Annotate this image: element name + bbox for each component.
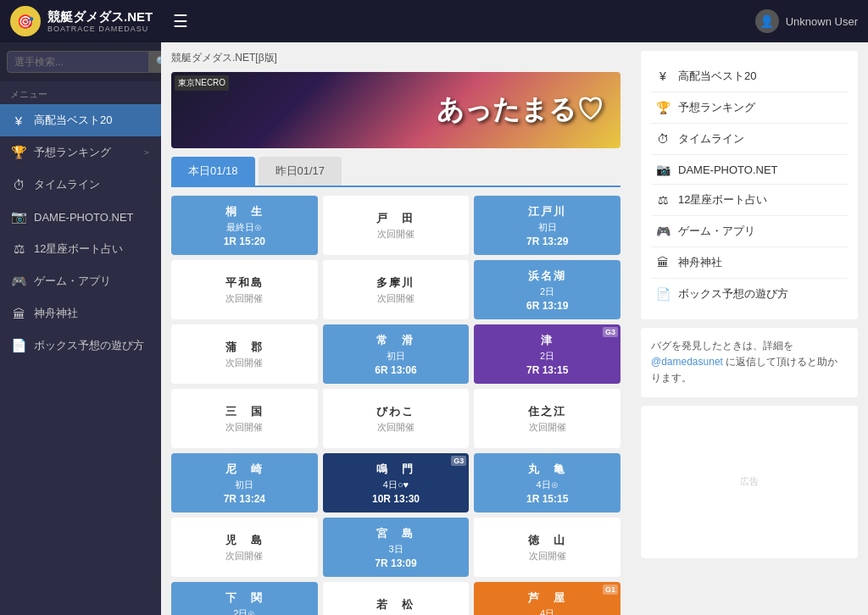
right-nav-icon-3: 📷: [654, 163, 671, 176]
next-toda: 次回開催: [377, 228, 415, 241]
sidebar-item-prediction-ranking[interactable]: 🏆 予想ランキング ＞: [0, 136, 161, 169]
logo-sub: BOATRACE DAMEDASU: [47, 25, 153, 33]
sidebar-item-high-payout[interactable]: ¥ 高配当ベスト20: [0, 104, 161, 136]
race-cell-kojima[interactable]: 児 島次回開催: [171, 518, 318, 577]
right-nav-label-4: 12星座ボート占い: [678, 192, 767, 208]
race-cell-biwako[interactable]: びわこ次回開催: [323, 389, 470, 448]
sidebar-label-prediction-ranking: 予想ランキング: [34, 145, 111, 160]
right-nav-label-0: 高配当ベスト20: [678, 69, 756, 84]
venue-heiwajima: 平和島: [225, 275, 264, 291]
race-cell-amagasaki[interactable]: 尼 崎初日7R 13:24: [171, 453, 318, 512]
sidebar-label-high-payout: 高配当ベスト20: [34, 113, 112, 128]
sidebar-item-box-guide[interactable]: 📄 ボックス予想の遊び方: [0, 330, 161, 362]
right-nav-item-1[interactable]: 🏆予想ランキング: [651, 92, 848, 124]
sidebar-items: ¥ 高配当ベスト20 🏆 予想ランキング ＞ ⏱ タイムライン 📷 DAME-P…: [0, 104, 161, 362]
topbar: 🎯 競艇ダメダス.NET BOATRACE DAMEDASU ☰ 👤 Unkno…: [0, 0, 868, 42]
sidebar-item-shrine[interactable]: 🏛 神舟神社: [0, 297, 161, 330]
race-cell-shimonoseki[interactable]: 下 関2日⊙1R 15:16: [171, 582, 318, 615]
race-cell-tokuyama[interactable]: 徳 山次回開催: [474, 518, 620, 577]
venue-ashiya: 芦 屋: [528, 590, 566, 606]
user-name: Unknown User: [786, 15, 858, 28]
sidebar-label-shrine: 神舟神社: [34, 306, 78, 321]
time-amagasaki: 7R 13:24: [224, 493, 265, 505]
time-marugame: 1R 15:15: [526, 493, 568, 505]
ad-space: 広告: [641, 406, 858, 558]
grade-badge-tsu: G3: [603, 327, 618, 337]
logo-area: 🎯 競艇ダメダス.NET BOATRACE DAMEDASU ☰: [10, 6, 755, 36]
tabs: 本日01/18昨日01/17: [171, 157, 620, 187]
race-cell-tokoname[interactable]: 常 滑初日6R 13:06: [323, 324, 470, 384]
day-tsu: 2日: [540, 350, 554, 363]
bug-report-link[interactable]: @damedasunet: [651, 356, 723, 368]
race-cell-gamagori[interactable]: 蒲 郡次回開催: [171, 324, 318, 384]
race-cell-edogawa[interactable]: 江戸川初日7R 13:29: [474, 196, 620, 255]
tab-today[interactable]: 本日01/18: [171, 157, 255, 186]
next-biwako: 次回開催: [377, 421, 415, 434]
sidebar-item-zodiac[interactable]: ⚖ 12星座ボート占い: [0, 233, 161, 265]
right-nav-item-3[interactable]: 📷DAME-PHOTO.NET: [651, 155, 848, 185]
day-edogawa: 初日: [538, 221, 557, 234]
venue-wakamatsu: 若 松: [376, 597, 415, 612]
race-cell-miyajima[interactable]: 宮 島3日7R 13:09: [323, 518, 470, 577]
right-nav-label-1: 予想ランキング: [678, 100, 755, 115]
next-mikuni: 次回開催: [225, 421, 263, 434]
sidebar-item-dame-photo[interactable]: 📷 DAME-PHOTO.NET: [0, 201, 161, 233]
logo-text-block: 競艇ダメダス.NET BOATRACE DAMEDASU: [47, 9, 153, 33]
sidebar-icon-high-payout: ¥: [10, 114, 27, 128]
venue-amagasaki: 尼 崎: [225, 462, 264, 477]
venue-hamanako: 浜名湖: [528, 269, 566, 284]
venue-mikuni: 三 国: [225, 404, 264, 419]
time-naruto: 10R 13:30: [372, 493, 420, 505]
search-button[interactable]: 🔍: [149, 51, 161, 73]
race-cell-tamagawa[interactable]: 多摩川次回開催: [323, 260, 470, 319]
sidebar-label-zodiac: 12星座ボート占い: [34, 241, 123, 257]
right-nav-item-4[interactable]: ⚖12星座ボート占い: [651, 185, 848, 216]
venue-gamagori: 蒲 郡: [225, 340, 264, 355]
right-nav-icon-6: 🏛: [654, 256, 671, 269]
race-cell-wakamatsu[interactable]: 若 松次回開催: [323, 582, 470, 615]
race-cell-toda[interactable]: 戸 田次回開催: [323, 196, 470, 255]
day-miyajima: 3日: [388, 543, 403, 556]
day-amagasaki: 初日: [235, 479, 253, 491]
race-cell-kiryu[interactable]: 桐 生最終日⊙1R 15:20: [171, 196, 318, 255]
venue-kiryu: 桐 生: [225, 204, 264, 219]
race-cell-mikuni[interactable]: 三 国次回開催: [171, 389, 318, 448]
sidebar: 🔍 メニュー ¥ 高配当ベスト20 🏆 予想ランキング ＞ ⏱ タイムライン 📷…: [0, 42, 161, 615]
search-input[interactable]: [7, 51, 149, 73]
time-edogawa: 7R 13:29: [526, 235, 568, 247]
banner-label: 東京NECRO: [175, 75, 229, 91]
race-cell-heiwajima[interactable]: 平和島次回開催: [171, 260, 318, 319]
race-cell-suminoe[interactable]: 住之江次回開催: [474, 389, 620, 448]
venue-tamagawa: 多摩川: [376, 275, 415, 291]
race-cell-marugame[interactable]: 丸 亀4日⊙1R 15:15: [474, 453, 620, 512]
day-tokoname: 初日: [387, 350, 405, 363]
venue-edogawa: 江戸川: [528, 204, 566, 219]
right-nav-item-0[interactable]: ¥高配当ベスト20: [651, 61, 848, 92]
search-bar: 🔍: [0, 42, 161, 81]
race-cell-hamanako[interactable]: 浜名湖2日6R 13:19: [474, 260, 620, 319]
right-nav-icon-7: 📄: [654, 287, 671, 301]
venue-biwako: びわこ: [376, 404, 415, 419]
sidebar-item-timeline[interactable]: ⏱ タイムライン: [0, 169, 161, 201]
sidebar-arrow-prediction-ranking: ＞: [142, 147, 151, 158]
venue-marugame: 丸 亀: [528, 462, 566, 477]
race-cell-ashiya[interactable]: G1芦 屋4日6R 13:19: [474, 582, 620, 615]
sidebar-label-box-guide: ボックス予想の遊び方: [34, 338, 144, 353]
venue-miyajima: 宮 島: [376, 526, 415, 541]
right-nav-item-2[interactable]: ⏱タイムライン: [651, 124, 848, 155]
race-cell-naruto[interactable]: G3鳴 門4日○♥10R 13:30: [323, 453, 470, 512]
race-cell-tsu[interactable]: G3津2日7R 13:15: [474, 324, 620, 384]
main-content: 競艇ダメダス.NET[β版] 東京NECRO あったまる♡ 本日01/18昨日0…: [161, 42, 868, 615]
hamburger-button[interactable]: ☰: [173, 11, 188, 31]
right-nav-item-7[interactable]: 📄ボックス予想の遊び方: [651, 279, 848, 309]
right-nav-item-5[interactable]: 🎮ゲーム・アプリ: [651, 216, 848, 247]
tab-yesterday[interactable]: 昨日01/17: [259, 157, 342, 186]
sidebar-item-game-app[interactable]: 🎮 ゲーム・アプリ: [0, 265, 161, 297]
right-nav-card: ¥高配当ベスト20🏆予想ランキング⏱タイムライン📷DAME-PHOTO.NET⚖…: [641, 51, 858, 319]
banner: 東京NECRO あったまる♡: [171, 72, 620, 148]
time-hamanako: 6R 13:19: [526, 300, 568, 312]
layout: 🔍 メニュー ¥ 高配当ベスト20 🏆 予想ランキング ＞ ⏱ タイムライン 📷…: [0, 42, 868, 615]
right-nav-item-6[interactable]: 🏛神舟神社: [651, 247, 848, 279]
right-nav-icon-5: 🎮: [654, 224, 671, 238]
grade-badge-naruto: G3: [451, 456, 466, 466]
